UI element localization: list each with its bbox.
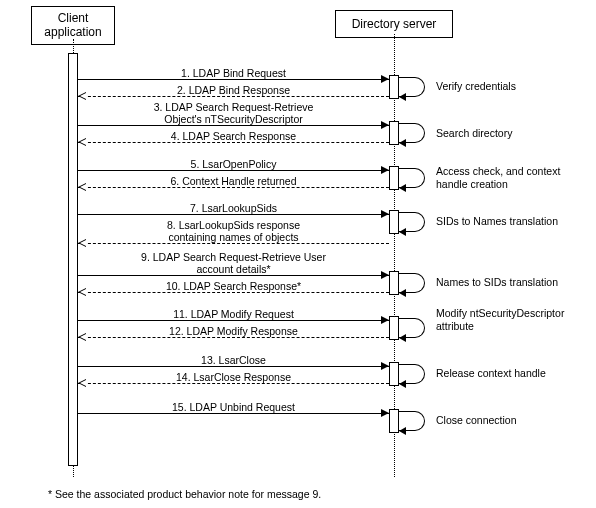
msg-2-line	[78, 96, 389, 97]
note-8: Close connection	[436, 414, 592, 427]
note-6: Modify ntSecurityDescriptor attribute	[436, 307, 592, 332]
footnote: * See the associated product behavior no…	[48, 488, 321, 500]
self-arrow-3	[399, 184, 406, 192]
note-2: Search directory	[436, 127, 586, 140]
self-arrow-1	[399, 93, 406, 101]
activation-server-6	[389, 316, 399, 340]
activation-server-1	[389, 75, 399, 99]
msg-4-line	[78, 142, 389, 143]
self-arrow-6	[399, 334, 406, 342]
msg-6-line	[78, 187, 389, 188]
activation-server-4	[389, 210, 399, 234]
activation-server-3	[389, 166, 399, 190]
msg-9-line	[78, 275, 389, 276]
self-arrow-7	[399, 380, 406, 388]
msg-4-label: 4. LDAP Search Response	[78, 130, 389, 142]
activation-server-2	[389, 121, 399, 145]
msg-8-line	[78, 243, 389, 244]
msg-5-label: 5. LsarOpenPolicy	[78, 158, 389, 170]
msg-15-line	[78, 413, 389, 414]
msg-8-label: 8. LsarLookupSids response containing na…	[78, 219, 389, 243]
msg-7-line	[78, 214, 389, 215]
msg-13-line	[78, 366, 389, 367]
self-arrow-8	[399, 427, 406, 435]
self-arrow-5	[399, 289, 406, 297]
msg-10-label: 10. LDAP Search Response*	[78, 280, 389, 292]
msg-12-line	[78, 337, 389, 338]
note-1: Verify credentials	[436, 80, 586, 93]
note-3: Access check, and context handle creatio…	[436, 165, 592, 190]
msg-9-label: 9. LDAP Search Request-Retrieve User acc…	[78, 251, 389, 275]
msg-3-line	[78, 125, 389, 126]
note-5: Names to SIDs translation	[436, 276, 592, 289]
self-arrow-4	[399, 228, 406, 236]
msg-7-label: 7. LsarLookupSids	[78, 202, 389, 214]
msg-11-label: 11. LDAP Modify Request	[78, 308, 389, 320]
msg-13-label: 13. LsarClose	[78, 354, 389, 366]
msg-6-label: 6. Context Handle returned	[78, 175, 389, 187]
activation-server-8	[389, 409, 399, 433]
msg-12-label: 12. LDAP Modify Response	[78, 325, 389, 337]
activation-client	[68, 53, 78, 466]
msg-14-line	[78, 383, 389, 384]
note-7: Release context handle	[436, 367, 596, 380]
activation-server-7	[389, 362, 399, 386]
msg-5-line	[78, 170, 389, 171]
msg-1-line	[78, 79, 389, 80]
msg-1-label: 1. LDAP Bind Request	[78, 67, 389, 79]
activation-server-5	[389, 271, 399, 295]
msg-10-line	[78, 292, 389, 293]
msg-2-label: 2. LDAP Bind Response	[78, 84, 389, 96]
note-4: SIDs to Names translation	[436, 215, 592, 228]
msg-14-label: 14. LsarClose Response	[78, 371, 389, 383]
msg-15-label: 15. LDAP Unbind Request	[78, 401, 389, 413]
msg-3-label: 3. LDAP Search Request-Retrieve Object's…	[78, 101, 389, 125]
self-arrow-2	[399, 139, 406, 147]
msg-11-line	[78, 320, 389, 321]
